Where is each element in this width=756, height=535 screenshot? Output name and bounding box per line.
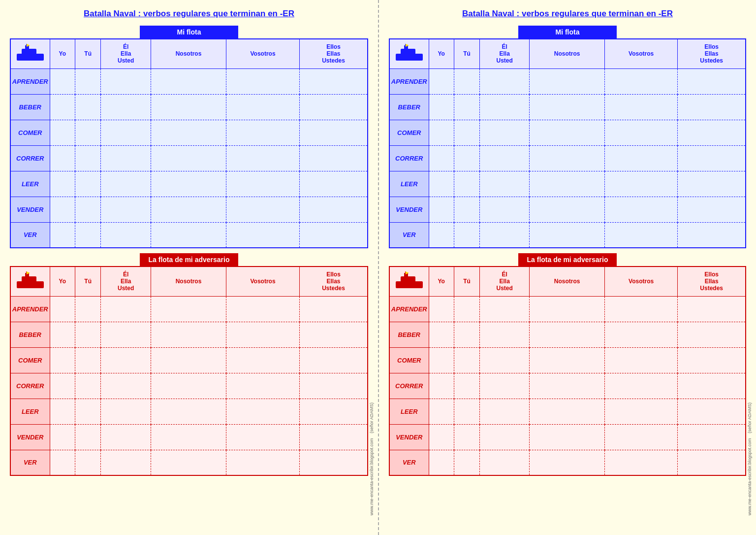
input-cell[interactable]: [226, 373, 300, 399]
input-cell[interactable]: [530, 94, 605, 120]
input-cell[interactable]: [429, 296, 454, 322]
input-cell[interactable]: [101, 94, 151, 120]
input-cell[interactable]: [479, 424, 529, 450]
verb-cell[interactable]: VER: [10, 222, 50, 248]
input-cell[interactable]: [678, 145, 746, 171]
input-cell[interactable]: [101, 197, 151, 222]
input-cell[interactable]: [299, 94, 368, 120]
input-cell[interactable]: [429, 322, 454, 347]
input-cell[interactable]: [678, 424, 746, 450]
input-cell[interactable]: [226, 171, 300, 197]
input-cell[interactable]: [530, 373, 605, 399]
input-cell[interactable]: [678, 197, 746, 222]
input-cell[interactable]: [299, 347, 368, 373]
input-cell[interactable]: [479, 120, 529, 145]
input-cell[interactable]: [75, 171, 101, 197]
input-cell[interactable]: [151, 68, 226, 94]
input-cell[interactable]: [429, 120, 454, 145]
input-cell[interactable]: [429, 373, 454, 399]
verb-cell[interactable]: BEBER: [389, 94, 429, 120]
input-cell[interactable]: [479, 197, 529, 222]
input-cell[interactable]: [50, 145, 75, 171]
input-cell[interactable]: [454, 120, 479, 145]
input-cell[interactable]: [151, 450, 226, 475]
input-cell[interactable]: [226, 120, 300, 145]
input-cell[interactable]: [151, 373, 226, 399]
input-cell[interactable]: [429, 68, 454, 94]
input-cell[interactable]: [75, 94, 101, 120]
verb-cell[interactable]: VENDER: [10, 197, 50, 222]
input-cell[interactable]: [604, 450, 677, 475]
input-cell[interactable]: [226, 296, 300, 322]
input-cell[interactable]: [226, 424, 300, 450]
verb-cell[interactable]: CORRER: [10, 145, 50, 171]
verb-cell[interactable]: CORRER: [389, 145, 429, 171]
input-cell[interactable]: [50, 399, 75, 424]
input-cell[interactable]: [429, 399, 454, 424]
verb-cell[interactable]: BEBER: [389, 322, 429, 347]
input-cell[interactable]: [429, 450, 454, 475]
input-cell[interactable]: [50, 120, 75, 145]
input-cell[interactable]: [530, 197, 605, 222]
input-cell[interactable]: [604, 222, 677, 248]
verb-cell[interactable]: APRENDER: [389, 68, 429, 94]
input-cell[interactable]: [678, 347, 746, 373]
verb-cell[interactable]: LEER: [10, 399, 50, 424]
input-cell[interactable]: [50, 296, 75, 322]
input-cell[interactable]: [50, 450, 75, 475]
input-cell[interactable]: [101, 68, 151, 94]
input-cell[interactable]: [479, 94, 529, 120]
input-cell[interactable]: [454, 222, 479, 248]
input-cell[interactable]: [678, 450, 746, 475]
input-cell[interactable]: [454, 373, 479, 399]
input-cell[interactable]: [678, 322, 746, 347]
input-cell[interactable]: [101, 347, 151, 373]
input-cell[interactable]: [299, 171, 368, 197]
input-cell[interactable]: [454, 450, 479, 475]
input-cell[interactable]: [454, 424, 479, 450]
verb-cell[interactable]: COMER: [10, 347, 50, 373]
input-cell[interactable]: [678, 120, 746, 145]
input-cell[interactable]: [454, 145, 479, 171]
input-cell[interactable]: [604, 424, 677, 450]
input-cell[interactable]: [429, 145, 454, 171]
input-cell[interactable]: [50, 222, 75, 248]
verb-cell[interactable]: VER: [389, 450, 429, 475]
input-cell[interactable]: [454, 347, 479, 373]
input-cell[interactable]: [151, 222, 226, 248]
verb-cell[interactable]: CORRER: [389, 373, 429, 399]
input-cell[interactable]: [50, 197, 75, 222]
input-cell[interactable]: [454, 94, 479, 120]
input-cell[interactable]: [604, 296, 677, 322]
input-cell[interactable]: [429, 171, 454, 197]
input-cell[interactable]: [101, 296, 151, 322]
input-cell[interactable]: [429, 347, 454, 373]
input-cell[interactable]: [299, 322, 368, 347]
input-cell[interactable]: [151, 145, 226, 171]
input-cell[interactable]: [530, 424, 605, 450]
verb-cell[interactable]: VENDER: [389, 424, 429, 450]
input-cell[interactable]: [678, 222, 746, 248]
input-cell[interactable]: [226, 94, 300, 120]
input-cell[interactable]: [530, 145, 605, 171]
verb-cell[interactable]: BEBER: [10, 94, 50, 120]
input-cell[interactable]: [50, 171, 75, 197]
verb-cell[interactable]: CORRER: [10, 373, 50, 399]
input-cell[interactable]: [479, 68, 529, 94]
input-cell[interactable]: [678, 171, 746, 197]
input-cell[interactable]: [604, 120, 677, 145]
input-cell[interactable]: [299, 399, 368, 424]
input-cell[interactable]: [678, 373, 746, 399]
input-cell[interactable]: [479, 322, 529, 347]
input-cell[interactable]: [530, 399, 605, 424]
input-cell[interactable]: [101, 424, 151, 450]
input-cell[interactable]: [50, 373, 75, 399]
verb-cell[interactable]: APRENDER: [10, 296, 50, 322]
input-cell[interactable]: [75, 450, 101, 475]
input-cell[interactable]: [50, 68, 75, 94]
input-cell[interactable]: [101, 120, 151, 145]
input-cell[interactable]: [530, 296, 605, 322]
input-cell[interactable]: [479, 171, 529, 197]
input-cell[interactable]: [151, 197, 226, 222]
input-cell[interactable]: [530, 222, 605, 248]
